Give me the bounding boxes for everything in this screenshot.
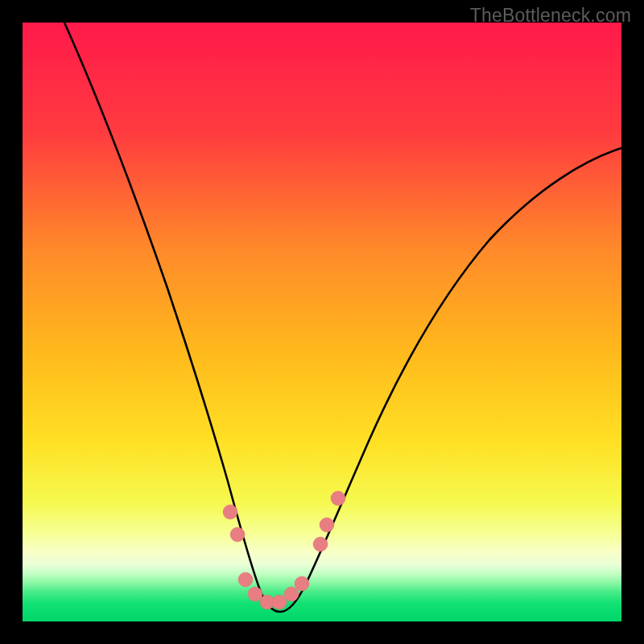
- svg-point-1: [223, 505, 237, 519]
- svg-point-8: [295, 576, 309, 591]
- chart-frame: TheBottleneck.com: [0, 0, 644, 644]
- svg-point-3: [238, 572, 253, 587]
- svg-point-9: [313, 537, 328, 551]
- svg-point-2: [230, 527, 245, 542]
- watermark-text: TheBottleneck.com: [470, 5, 631, 27]
- bottleneck-curve: [64, 23, 621, 612]
- curve-layer: [23, 23, 621, 621]
- highlight-markers: [223, 491, 345, 609]
- svg-point-11: [331, 491, 345, 506]
- svg-point-4: [248, 587, 262, 601]
- svg-point-7: [284, 587, 299, 601]
- svg-point-6: [272, 595, 287, 609]
- plot-area: [23, 23, 621, 621]
- svg-point-10: [320, 518, 334, 532]
